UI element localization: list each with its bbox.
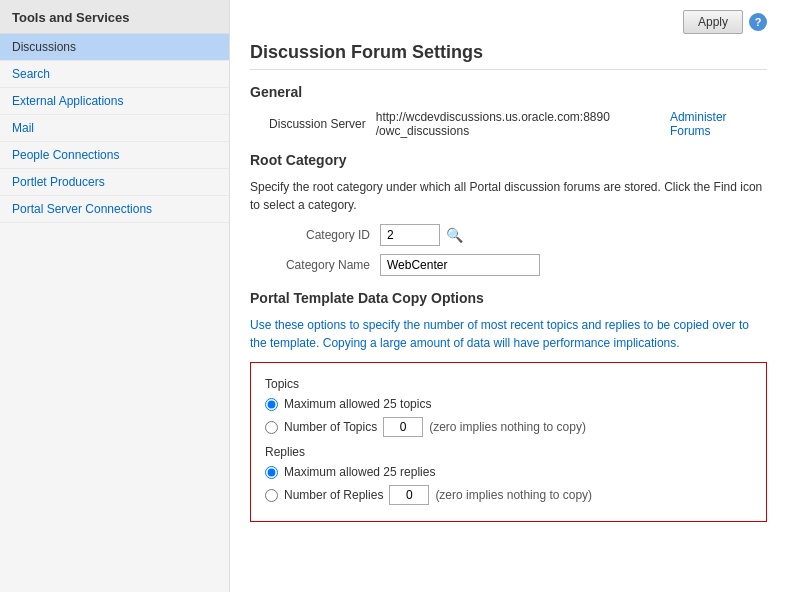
topics-number-input[interactable] <box>383 417 423 437</box>
replies-number-input[interactable] <box>389 485 429 505</box>
sidebar-title: Tools and Services <box>0 0 229 34</box>
topics-max-radio[interactable] <box>265 398 278 411</box>
template-options-box: Topics Maximum allowed 25 topics Number … <box>250 362 767 522</box>
replies-max-label: Maximum allowed 25 replies <box>284 465 435 479</box>
category-id-input[interactable] <box>380 224 440 246</box>
apply-button[interactable]: Apply <box>683 10 743 34</box>
help-icon[interactable]: ? <box>749 13 767 31</box>
topics-number-label: Number of Topics <box>284 420 377 434</box>
top-bar: Apply ? <box>250 10 767 34</box>
page-title: Discussion Forum Settings <box>250 42 767 70</box>
sidebar-item-people-connections[interactable]: People Connections <box>0 142 229 169</box>
general-section-body: Discussion Server http://wcdevdiscussion… <box>250 110 767 138</box>
replies-number-label: Number of Replies <box>284 488 383 502</box>
topics-max-row: Maximum allowed 25 topics <box>265 397 752 411</box>
main-content: Apply ? Discussion Forum Settings Genera… <box>230 0 787 592</box>
sidebar-item-portlet-producers[interactable]: Portlet Producers <box>0 169 229 196</box>
replies-max-radio[interactable] <box>265 466 278 479</box>
category-name-label: Category Name <box>250 258 380 272</box>
category-name-input[interactable] <box>380 254 540 276</box>
replies-number-radio[interactable] <box>265 489 278 502</box>
root-category-desc: Specify the root category under which al… <box>250 178 767 214</box>
discussion-server-value: http://wcdevdiscussions.us.oracle.com:88… <box>376 110 610 138</box>
portal-template-desc: Use these options to specify the number … <box>250 316 767 352</box>
root-category-body: Specify the root category under which al… <box>250 178 767 276</box>
sidebar-item-external-applications[interactable]: External Applications <box>0 88 229 115</box>
portal-template-section-title: Portal Template Data Copy Options <box>250 290 767 306</box>
category-name-row: Category Name <box>250 254 767 276</box>
topics-number-hint: (zero implies nothing to copy) <box>429 420 586 434</box>
discussion-server-row: Discussion Server http://wcdevdiscussion… <box>250 110 767 138</box>
replies-group-title: Replies <box>265 445 752 459</box>
topics-max-label: Maximum allowed 25 topics <box>284 397 431 411</box>
general-section-title: General <box>250 84 767 100</box>
sidebar-item-discussions[interactable]: Discussions <box>0 34 229 61</box>
sidebar-item-mail[interactable]: Mail <box>0 115 229 142</box>
administer-forums-link[interactable]: Administer Forums <box>670 110 767 138</box>
sidebar-item-search[interactable]: Search <box>0 61 229 88</box>
root-category-section-title: Root Category <box>250 152 767 168</box>
replies-max-row: Maximum allowed 25 replies <box>265 465 752 479</box>
sidebar: Tools and Services Discussions Search Ex… <box>0 0 230 592</box>
sidebar-item-portal-server-connections[interactable]: Portal Server Connections <box>0 196 229 223</box>
topics-number-row: Number of Topics (zero implies nothing t… <box>265 417 752 437</box>
topics-number-radio[interactable] <box>265 421 278 434</box>
category-search-icon[interactable]: 🔍 <box>446 227 463 243</box>
category-id-row: Category ID 🔍 <box>250 224 767 246</box>
category-id-label: Category ID <box>250 228 380 242</box>
discussion-server-label: Discussion Server <box>250 117 376 131</box>
replies-number-hint: (zero implies nothing to copy) <box>435 488 592 502</box>
replies-number-row: Number of Replies (zero implies nothing … <box>265 485 752 505</box>
topics-group-title: Topics <box>265 377 752 391</box>
